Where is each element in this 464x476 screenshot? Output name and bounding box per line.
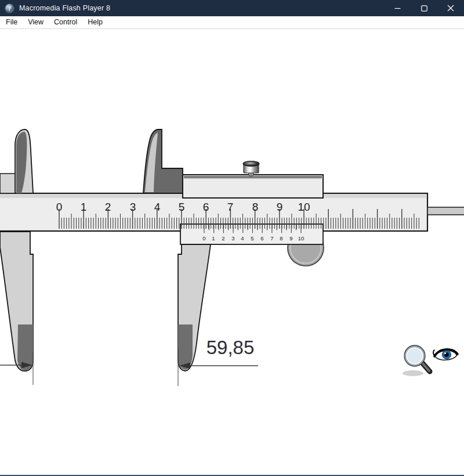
vernier-scale-label: 3 (231, 235, 234, 241)
slider-box[interactable] (183, 175, 323, 198)
menu-item-help[interactable]: Help (82, 16, 108, 28)
flash-logo-icon: f (5, 3, 14, 13)
main-scale-label: 8 (252, 201, 259, 213)
main-scale-label: 5 (179, 201, 185, 213)
main-scale-label: 6 (203, 201, 209, 213)
vernier-scale-label: 10 (298, 235, 304, 241)
caliper-stage: 0 1 2 3 4 5 6 7 8 9 10 0 1 2 3 4 5 6 7 (0, 30, 464, 476)
fixed-upper-jaw (15, 129, 33, 193)
moving-lower-jaw[interactable] (178, 244, 211, 371)
moving-upper-jaw[interactable] (143, 129, 183, 193)
minimize-icon (394, 5, 401, 12)
main-scale-label: 1 (81, 201, 87, 213)
vernier-scale-label: 7 (270, 235, 273, 241)
vernier-scale-label: 2 (222, 235, 224, 241)
vernier-scale-label: 6 (260, 235, 263, 241)
close-icon (447, 5, 454, 12)
vernier-scale-label: 5 (251, 235, 253, 241)
vernier-scale-label: 4 (241, 235, 244, 241)
main-scale-label: 2 (105, 201, 111, 213)
main-scale-label: 10 (298, 201, 310, 213)
menu-item-view[interactable]: View (23, 16, 49, 28)
flash-player-window: f Macromedia Flash Player 8 (0, 0, 464, 476)
menu-item-file[interactable]: File (3, 16, 23, 28)
vernier-scale-label: 8 (280, 235, 282, 241)
fixed-lower-jaw (0, 232, 33, 371)
main-scale-label: 4 (154, 201, 161, 213)
window-title: Macromedia Flash Player 8 (19, 4, 110, 12)
magnifier-shadow (403, 370, 423, 376)
main-scale-label: 9 (277, 201, 283, 213)
view-button[interactable] (433, 349, 458, 360)
vernier-scale-label: 0 (202, 235, 205, 241)
titlebar: f Macromedia Flash Player 8 (0, 0, 464, 16)
lock-screw[interactable] (243, 161, 259, 176)
maximize-icon (421, 5, 427, 12)
magnifier-icon (404, 345, 430, 372)
measurement-value: 59,85 (206, 337, 255, 358)
depth-rod (427, 207, 464, 215)
menu-item-control[interactable]: Control (49, 16, 82, 28)
close-button[interactable] (437, 0, 464, 16)
maximize-button[interactable] (411, 0, 437, 16)
vernier-scale-label: 9 (289, 235, 292, 241)
menubar: File View Control Help (0, 16, 464, 29)
window-controls (384, 0, 464, 16)
minimize-button[interactable] (384, 0, 411, 16)
vernier-scale-label: 1 (212, 235, 215, 241)
main-scale-label: 7 (227, 201, 234, 213)
zoom-button[interactable] (403, 345, 430, 376)
main-scale-label: 0 (56, 201, 63, 213)
main-scale-label: 3 (130, 201, 136, 213)
eye-icon (433, 349, 458, 360)
